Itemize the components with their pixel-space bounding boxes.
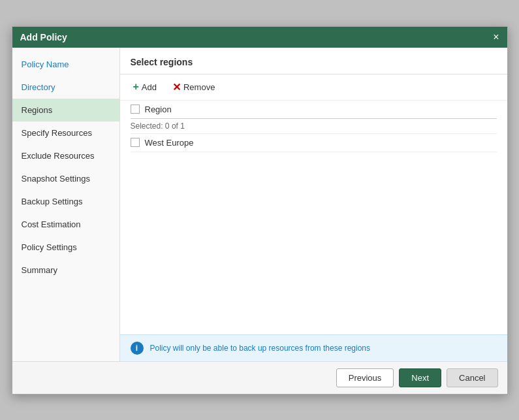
cancel-button[interactable]: Cancel — [447, 368, 497, 387]
main-content: Select regions + Add ✕ Remove Region Sel — [120, 48, 507, 361]
remove-icon: ✕ — [172, 81, 181, 93]
sidebar-item-backup-settings[interactable]: Backup Settings — [12, 190, 119, 213]
sidebar-item-regions[interactable]: Regions — [12, 99, 119, 121]
sidebar-item-exclude-resources[interactable]: Exclude Resources — [12, 144, 119, 167]
sidebar-item-snapshot-settings[interactable]: Snapshot Settings — [12, 167, 119, 190]
header-checkbox[interactable] — [131, 105, 140, 114]
add-label: Add — [142, 82, 157, 92]
dialog-footer: Previous Next Cancel — [12, 361, 507, 394]
row-region-label: West Europe — [145, 138, 194, 148]
row-checkbox[interactable] — [131, 138, 140, 147]
sidebar: Policy NameDirectoryRegionsSpecify Resou… — [12, 48, 120, 361]
sidebar-item-directory[interactable]: Directory — [12, 76, 119, 99]
add-policy-dialog: Add Policy × Policy NameDirectoryRegions… — [12, 26, 508, 395]
add-icon: + — [133, 81, 139, 93]
remove-label: Remove — [183, 82, 215, 92]
next-button[interactable]: Next — [399, 368, 441, 387]
sidebar-item-policy-settings[interactable]: Policy Settings — [12, 236, 119, 259]
info-message: Policy will only be able to back up reso… — [150, 344, 371, 353]
info-bar: i Policy will only be able to back up re… — [120, 334, 507, 361]
sidebar-item-cost-estimation[interactable]: Cost Estimation — [12, 213, 119, 236]
dialog-title: Add Policy — [20, 32, 67, 42]
toolbar: + Add ✕ Remove — [120, 74, 507, 101]
dialog-body: Policy NameDirectoryRegionsSpecify Resou… — [12, 48, 507, 361]
table-header-row: Region — [131, 101, 497, 119]
sidebar-item-specify-resources[interactable]: Specify Resources — [12, 121, 119, 144]
section-title: Select regions — [120, 48, 507, 74]
add-button[interactable]: + Add — [131, 80, 159, 94]
dialog-header: Add Policy × — [12, 27, 507, 48]
table-row: West Europe — [131, 134, 497, 152]
previous-button[interactable]: Previous — [336, 368, 394, 387]
sidebar-item-policy-name[interactable]: Policy Name — [12, 53, 119, 76]
table-area: Region Selected: 0 of 1 West Europe — [120, 101, 507, 334]
sidebar-item-summary[interactable]: Summary — [12, 259, 119, 282]
selected-count: Selected: 0 of 1 — [131, 119, 497, 134]
close-button[interactable]: × — [493, 32, 499, 42]
column-region-header: Region — [145, 105, 172, 114]
remove-button[interactable]: ✕ Remove — [170, 80, 217, 95]
info-icon: i — [131, 342, 144, 355]
